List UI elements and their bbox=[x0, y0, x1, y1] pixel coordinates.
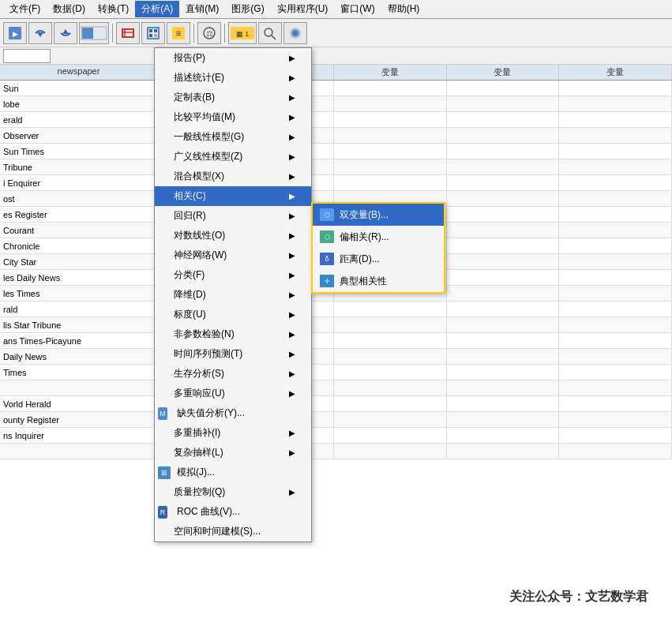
cell-name[interactable]: les Daily News bbox=[0, 270, 158, 285]
cell-name[interactable]: Sun bbox=[0, 81, 158, 96]
correlation-submenu[interactable]: ⬡ 双变量(B)... ⬡ 偏相关(R)... δ 距离(D)... ✛ bbox=[311, 202, 445, 294]
menu-analyze[interactable]: 分析(A) bbox=[135, 1, 179, 17]
table-row[interactable]: Daily News 983.24 bbox=[0, 349, 672, 365]
cell-var4[interactable] bbox=[559, 175, 672, 190]
cell-var3[interactable] bbox=[447, 444, 560, 459]
cell-var4[interactable] bbox=[559, 144, 672, 159]
cell-var3[interactable] bbox=[447, 302, 560, 316]
cell-var3[interactable] bbox=[447, 396, 560, 411]
cell-name[interactable]: i Enquirer bbox=[0, 175, 158, 190]
menu-window[interactable]: 窗口(W) bbox=[334, 1, 381, 17]
cell-var4[interactable] bbox=[559, 302, 672, 316]
cell-var2[interactable] bbox=[334, 444, 447, 459]
menu-loglinear[interactable]: 对数线性(O)▶ bbox=[155, 226, 311, 245]
cell-var2[interactable] bbox=[334, 317, 447, 332]
cell-var4[interactable] bbox=[559, 238, 672, 253]
cell-var2[interactable] bbox=[334, 412, 447, 427]
cell-var3[interactable] bbox=[447, 81, 560, 96]
menu-timeseries[interactable]: 时间序列预测(T)▶ bbox=[155, 344, 311, 364]
cell-var4[interactable] bbox=[559, 207, 672, 222]
menu-scale[interactable]: 标度(U)▶ bbox=[155, 305, 311, 324]
cell-var4[interactable] bbox=[559, 286, 672, 301]
cell-var3[interactable] bbox=[447, 96, 560, 111]
cell-var4[interactable] bbox=[559, 380, 672, 395]
cell-name[interactable]: Courant bbox=[0, 223, 158, 238]
cell-var4[interactable] bbox=[559, 349, 672, 364]
toolbar-btn-5[interactable] bbox=[116, 22, 140, 44]
menu-missingval[interactable]: M 缺失值分析(Y)... bbox=[155, 403, 311, 423]
cell-name[interactable]: ost bbox=[0, 191, 158, 206]
cell-var4[interactable] bbox=[559, 396, 672, 411]
menu-directmarketing[interactable]: 直销(M) bbox=[179, 1, 225, 17]
menu-descriptive[interactable]: 描述统计(E)▶ bbox=[155, 68, 311, 88]
submenu-bivariate[interactable]: ⬡ 双变量(B)... bbox=[313, 204, 444, 226]
cell-var4[interactable] bbox=[559, 159, 672, 174]
cell-var2[interactable] bbox=[334, 380, 447, 395]
menu-nonparam[interactable]: 非参数检验(N)▶ bbox=[155, 324, 311, 344]
toolbar-btn-10[interactable] bbox=[258, 22, 282, 44]
cell-var3[interactable] bbox=[447, 159, 560, 174]
cell-name[interactable]: ounty Register bbox=[0, 412, 158, 427]
analyze-dropdown[interactable]: 报告(P)▶ 描述统计(E)▶ 定制表(B)▶ 比较平均值(M)▶ 一般线性模型… bbox=[154, 47, 312, 542]
toolbar-btn-4[interactable] bbox=[79, 22, 109, 44]
toolbar-btn-3[interactable] bbox=[54, 22, 77, 44]
menu-report[interactable]: 报告(P)▶ bbox=[155, 48, 311, 68]
menu-roc[interactable]: R ROC 曲线(V)... bbox=[155, 502, 311, 522]
cell-var3[interactable] bbox=[447, 317, 560, 332]
menu-dimreduce[interactable]: 降维(D)▶ bbox=[155, 285, 311, 305]
toolbar-btn-8[interactable]: ⚖ bbox=[197, 22, 221, 44]
table-row[interactable]: lis Star Tribune 685.97 bbox=[0, 317, 672, 333]
cell-name[interactable]: erald bbox=[0, 112, 158, 127]
menu-glm[interactable]: 一般线性模型(G)▶ bbox=[155, 127, 311, 147]
menu-utilities[interactable]: 实用程序(U) bbox=[271, 1, 335, 17]
table-row[interactable]: ans Times-Picayune 324.24 bbox=[0, 333, 672, 349]
table-row[interactable]: 982.66 bbox=[0, 444, 672, 459]
cell-var2[interactable] bbox=[334, 428, 447, 443]
cell-name[interactable]: Vorld Herald bbox=[0, 396, 158, 411]
table-row[interactable]: Sun 488.51 bbox=[0, 81, 672, 96]
cell-var2[interactable] bbox=[334, 349, 447, 364]
cell-name[interactable]: Daily News bbox=[0, 349, 158, 364]
table-row[interactable]: Times 762.02 bbox=[0, 365, 672, 380]
cell-name[interactable]: es Register bbox=[0, 207, 158, 222]
menu-multiresponse[interactable]: 多重响应(U)▶ bbox=[155, 384, 311, 403]
cell-var3[interactable] bbox=[447, 191, 560, 206]
menu-compare-means[interactable]: 比较平均值(M)▶ bbox=[155, 107, 311, 127]
cell-var2[interactable] bbox=[334, 81, 447, 96]
cell-var4[interactable] bbox=[559, 112, 672, 127]
submenu-partial[interactable]: ⬡ 偏相关(R)... bbox=[313, 226, 444, 248]
cell-var4[interactable] bbox=[559, 412, 672, 427]
submenu-canonical[interactable]: ✛ 典型相关性 bbox=[313, 270, 444, 292]
toolbar-btn-6[interactable] bbox=[141, 22, 165, 44]
cell-var2[interactable] bbox=[334, 96, 447, 111]
cell-var4[interactable] bbox=[559, 444, 672, 459]
cell-var2[interactable] bbox=[334, 159, 447, 174]
cell-var3[interactable] bbox=[447, 128, 560, 143]
menu-data[interactable]: 数据(D) bbox=[47, 1, 92, 17]
menu-transform[interactable]: 转换(T) bbox=[92, 1, 135, 17]
cell-var2[interactable] bbox=[334, 302, 447, 316]
submenu-distance[interactable]: δ 距离(D)... bbox=[313, 248, 444, 270]
cell-reference[interactable] bbox=[3, 49, 51, 63]
cell-var3[interactable] bbox=[447, 365, 560, 380]
cell-var3[interactable] bbox=[447, 207, 560, 222]
menu-genlin[interactable]: 广义线性模型(Z)▶ bbox=[155, 147, 311, 167]
menu-qualitycontrol[interactable]: 质量控制(Q)▶ bbox=[155, 482, 311, 502]
cell-var4[interactable] bbox=[559, 254, 672, 269]
cell-var3[interactable] bbox=[447, 349, 560, 364]
cell-name[interactable] bbox=[0, 380, 158, 395]
menu-neuralnet[interactable]: 神经网络(W)▶ bbox=[155, 245, 311, 265]
menu-help[interactable]: 帮助(H) bbox=[381, 1, 426, 17]
menu-complexsample[interactable]: 复杂抽样(L)▶ bbox=[155, 443, 311, 463]
table-row[interactable]: i Enquirer bbox=[0, 175, 672, 191]
cell-name[interactable]: ns Inquirer bbox=[0, 428, 158, 443]
table-row[interactable]: lobe 798.30 bbox=[0, 96, 672, 112]
cell-var3[interactable] bbox=[447, 175, 560, 190]
cell-var3[interactable] bbox=[447, 412, 560, 427]
menu-mixed[interactable]: 混合模型(X)▶ bbox=[155, 167, 311, 186]
table-row[interactable]: Vorld Herald 284.61 bbox=[0, 396, 672, 412]
toolbar-btn-7[interactable]: ≡ bbox=[167, 22, 190, 44]
table-row[interactable]: ns Inquirer 919.92 bbox=[0, 428, 672, 444]
cell-name[interactable]: Chronicle bbox=[0, 238, 158, 253]
cell-var2[interactable] bbox=[334, 396, 447, 411]
